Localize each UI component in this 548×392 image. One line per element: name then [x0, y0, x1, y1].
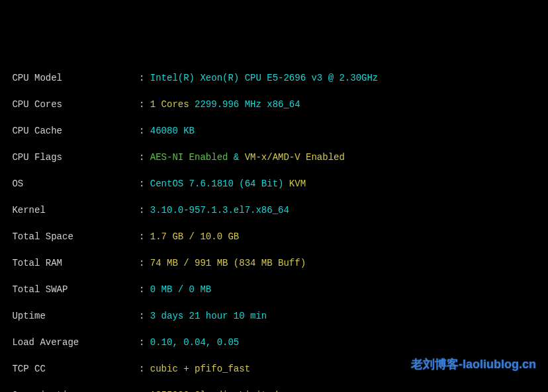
value-tcpcc: cubic + pfifo_fast: [150, 364, 250, 374]
label-cpu-cache: CPU Cache: [7, 124, 139, 137]
label-cpu-model: CPU Model: [7, 71, 139, 85]
value-cpu-cores-1: 1 Cores: [150, 99, 189, 110]
label-cpu-flags: CPU Flags: [7, 151, 139, 164]
value-kernel: 3.10.0-957.1.3.el7.x86_64: [150, 205, 289, 216]
label-cpu-cores: CPU Cores: [7, 98, 139, 111]
value-os: CentOS 7.6.1810 (64 Bit): [150, 178, 284, 189]
value-space: 1.7 GB / 10.0 GB: [150, 231, 239, 242]
label-swap: Total SWAP: [7, 283, 139, 296]
value-swap: 0 MB / 0 MB: [150, 284, 211, 295]
value-os-virt: KVM: [283, 178, 306, 189]
label-os: OS: [7, 177, 139, 190]
value-load: 0.10, 0.04, 0.05: [150, 337, 239, 348]
value-cpu-cache: 46080 KB: [150, 126, 195, 136]
watermark: 老刘博客-laoliublog.cn: [411, 356, 536, 373]
label-load: Load Average: [7, 336, 139, 349]
label-uptime: Uptime: [7, 309, 139, 323]
terminal-output: CPU Model : Intel(R) Xeon(R) CPU E5-2696…: [7, 58, 541, 392]
value-uptime: 3 days 21 hour 10 min: [150, 311, 267, 321]
label-org: Organization: [7, 389, 139, 392]
label-tcpcc: TCP CC: [7, 362, 139, 375]
value-cpu-flags-vmx: VM-x/AMD-V Enabled: [245, 152, 345, 163]
value-cpu-cores-2: 2299.996 MHz x86_64: [189, 99, 300, 110]
label-kernel: Kernel: [7, 204, 139, 217]
value-cpu-flags-aesni: AES-NI Enabled: [150, 152, 228, 163]
value-cpu-model: Intel(R) Xeon(R) CPU E5-2696 v3 @ 2.30GH…: [150, 73, 378, 83]
value-ram: 74 MB / 991 MB (834 MB Buff): [150, 258, 306, 268]
label-space: Total Space: [7, 230, 139, 243]
label-ram: Total RAM: [7, 256, 139, 270]
